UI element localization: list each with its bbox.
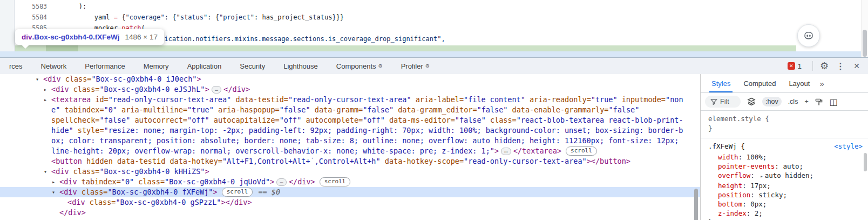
page-scrollbar-thumb[interactable] <box>863 30 867 57</box>
new-style-rule-button[interactable]: + <box>804 98 808 105</box>
devtools-tab-memory[interactable]: Memory <box>134 58 178 74</box>
tooltip-dimensions: 1486 × 17 <box>125 33 158 41</box>
element-style-section[interactable]: element.style { } <box>701 111 868 138</box>
filter-placeholder: Filt <box>720 98 729 105</box>
dom-tree-row[interactable]: ▸<div tabindex="0" class="Box-sc-g0xbh4-… <box>0 177 700 187</box>
dom-tree-row[interactable]: ox; color: transparent; position: absolu… <box>0 136 700 146</box>
line-code: ): <box>48 1 86 12</box>
dom-tree-row[interactable]: ▾<div class="Box-sc-g0xbh4-0 iJ0ech"> <box>0 74 700 84</box>
devtools-tab-rces[interactable]: rces <box>0 58 32 74</box>
devtools-tab-application[interactable]: Application <box>178 58 231 74</box>
kebab-menu-icon[interactable]: ⋮ <box>832 61 849 71</box>
paint-roller-icon[interactable] <box>815 98 823 106</box>
tree-expand-arrow[interactable]: ▸ <box>44 95 51 105</box>
editor-code-line: 5583 ): <box>15 1 860 12</box>
elements-panel: ▾<div class="Box-sc-g0xbh4-0 iJ0ech">▸<d… <box>0 74 700 220</box>
css-property[interactable]: pointer-events: auto; <box>708 162 868 171</box>
tree-expand-arrow[interactable]: ▾ <box>44 166 51 177</box>
css-property[interactable]: width: 100%; <box>708 152 868 162</box>
styles-toolbar: Filt :hov .cls + ◫ <box>701 93 868 111</box>
dom-tree-row[interactable]: spellcheck="false" autocorrect="off" aut… <box>0 115 700 125</box>
rule-origin-link[interactable]: <style> <box>834 142 863 151</box>
page-scrollbar[interactable] <box>861 0 868 57</box>
devtools-tab-security[interactable]: Security <box>230 58 274 74</box>
funnel-icon <box>710 98 717 105</box>
more-tabs-icon[interactable]: » <box>816 79 827 88</box>
tooltip-tag: div <box>22 33 32 41</box>
dom-tree-row[interactable]: </div> <box>0 208 700 218</box>
github-code-view: 5583 ):5584 yaml = {"coverage": {"status… <box>0 0 868 51</box>
css-property[interactable]: z-index: 2; <box>708 209 868 218</box>
expand-shorthand-arrow[interactable]: ▸ <box>760 174 763 179</box>
element-style-selector: element.style <box>708 115 761 123</box>
styles-tabbar: StylesComputedLayout» <box>701 74 868 93</box>
css-property[interactable]: overflow: ▸auto hidden; <box>708 171 868 181</box>
dom-tree-row[interactable]: line-height: 20px; overflow-wrap: normal… <box>0 146 700 156</box>
dom-tree-row-selected[interactable]: ▾<div class="Box-sc-g0xbh4-0 fXFeWj">scr… <box>0 187 700 197</box>
expand-inline-button[interactable]: … <box>276 178 287 186</box>
dom-tree-row[interactable]: <div class="Box-sc-g0xbh4-0 gSPzzL"></di… <box>0 197 700 208</box>
layers-icon[interactable] <box>747 97 756 106</box>
line-code: ification.notifiers.mixins.message.secti… <box>157 34 445 44</box>
tree-expand-arrow[interactable]: ▾ <box>52 187 59 197</box>
element-size-tooltip: div.Box-sc-g0xbh4-0.fXFeWj 1486 × 17 <box>15 29 164 45</box>
toggle-class-button[interactable]: .cls <box>788 98 798 105</box>
inspect-overlay-blue-strip <box>0 51 862 57</box>
scroll-badge[interactable]: scroll <box>566 146 597 156</box>
style-rule-section[interactable]: .fXFeWj { <style> width: 100%;pointer-ev… <box>701 138 868 220</box>
dom-tree-row[interactable]: ▸<textarea id="read-only-cursor-text-are… <box>0 95 700 105</box>
devtools-window: rcesNetworkPerformanceMemoryApplicationS… <box>0 57 868 220</box>
settings-gear-icon[interactable]: ⚙ <box>816 60 832 72</box>
devtools-tabbar: rcesNetworkPerformanceMemoryApplicationS… <box>0 58 868 75</box>
dom-tree: ▾<div class="Box-sc-g0xbh4-0 iJ0ech">▸<d… <box>0 74 700 218</box>
rule-properties: width: 100%;pointer-events: auto;overflo… <box>708 152 868 218</box>
devtools-tab-components[interactable]: Components⚙ <box>327 58 392 74</box>
sidebar-tab-computed[interactable]: Computed <box>737 74 782 92</box>
devtools-tab-performance[interactable]: Performance <box>76 58 134 74</box>
styles-filter-input[interactable]: Filt <box>705 96 741 108</box>
sidebar-tab-styles[interactable]: Styles <box>705 74 737 92</box>
close-devtools-icon[interactable]: ✕ <box>849 62 865 70</box>
custom-panel-icon: ⚙ <box>378 63 383 69</box>
error-count: 1 <box>798 62 802 70</box>
dom-tree-row[interactable]: hide" style="resize: none; margin-top: -… <box>0 125 700 136</box>
devtools-tab-profiler[interactable]: Profiler⚙ <box>392 58 439 74</box>
line-number[interactable]: 5584 <box>21 12 47 23</box>
dom-tree-row[interactable]: ▾<div class="Box-sc-g0xbh4-0 kHHiZS"> <box>0 166 700 177</box>
error-indicator[interactable]: ✕ 1 <box>788 62 802 70</box>
editor-code-line: 5584 yaml = {"coverage": {"status": {"pr… <box>15 12 860 23</box>
styles-panel: StylesComputedLayout» Filt :hov .cls + ◫… <box>701 74 868 220</box>
sidebar-tab-layout[interactable]: Layout <box>782 74 816 92</box>
devtools-tabbar-right: ✕ 1 ⚙ ⋮ ✕ <box>788 58 868 74</box>
copilot-floating-button[interactable] <box>797 24 820 47</box>
styles-scrollbar-thumb[interactable] <box>864 153 867 171</box>
rule-close-brace: } <box>708 218 868 220</box>
tooltip-classes: .Box-sc-g0xbh4-0.fXFeWj <box>32 33 120 41</box>
line-number[interactable]: 5583 <box>21 1 47 12</box>
elements-scrollbar-thumb[interactable] <box>694 189 698 220</box>
dom-tree-row[interactable]: <button hidden data-testid data-hotkey="… <box>0 156 700 166</box>
scroll-badge[interactable]: scroll <box>222 188 253 197</box>
tree-expand-arrow[interactable]: ▸ <box>52 177 59 187</box>
toggle-hover-state-button[interactable]: :hov <box>762 97 782 106</box>
rule-selector: .fXFeWj { <box>708 142 745 151</box>
css-property[interactable]: position: sticky; <box>708 190 868 199</box>
tree-expand-arrow[interactable]: ▸ <box>44 84 51 95</box>
tree-expand-arrow[interactable]: ▾ <box>36 74 43 84</box>
expand-inline-button[interactable]: … <box>501 148 511 155</box>
copilot-icon <box>803 30 815 42</box>
custom-panel-icon: ⚙ <box>425 63 430 69</box>
css-property[interactable]: height: 17px; <box>708 181 868 190</box>
dom-tree-row[interactable]: e" tabindex="0" aria-multiline="true" ar… <box>0 105 700 115</box>
scroll-badge[interactable]: scroll <box>320 177 351 186</box>
css-property[interactable]: bottom: 0px; <box>708 199 868 209</box>
devtools-tab-network[interactable]: Network <box>32 58 76 74</box>
expand-inline-button[interactable]: … <box>212 86 222 94</box>
editor-left-gutter <box>0 0 15 51</box>
dom-tree-row[interactable]: ▸<div class="Box-sc-g0xbh4-0 eJSJhL">…</… <box>0 84 700 95</box>
devtools-tab-lighthouse[interactable]: Lighthouse <box>274 58 327 74</box>
line-code: yaml = {"coverage": {"status": {"project… <box>48 12 344 23</box>
tabbar-divider <box>812 61 813 71</box>
split-panel-icon[interactable]: ◫ <box>830 97 838 107</box>
error-icon: ✕ <box>788 62 795 70</box>
